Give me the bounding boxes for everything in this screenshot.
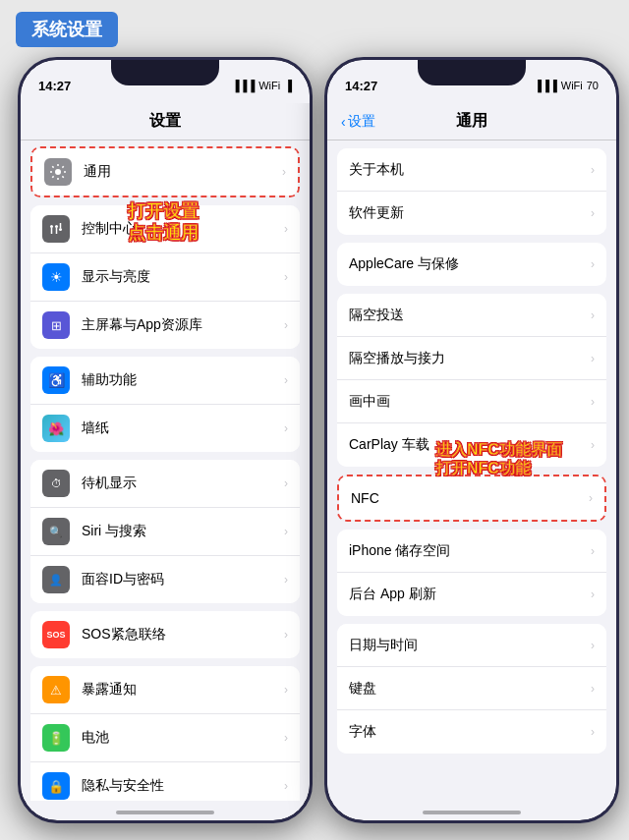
settings-item-pip[interactable]: 画中画 › (337, 380, 606, 423)
label-update: 软件更新 (349, 204, 591, 222)
settings-item-nfc[interactable]: NFC › (339, 476, 604, 520)
label-faceid: 面容ID与密码 (82, 571, 284, 588)
label-homescreen: 主屏幕与App资源库 (82, 316, 284, 334)
icon-exposure: ⚠ (42, 676, 70, 703)
phone-left: 14:27 ▐▐▐ WiFi ▐ 设置 (18, 57, 313, 823)
label-standby: 待机显示 (82, 475, 284, 492)
settings-item-about[interactable]: 关于本机 › (337, 148, 606, 192)
icon-accessibility: ♿ (42, 366, 70, 394)
settings-item-storage[interactable]: iPhone 储存空间 › (337, 530, 606, 573)
label-airplay: 隔空播放与接力 (349, 350, 591, 367)
time-right: 14:27 (345, 79, 377, 93)
home-indicator-right (423, 811, 521, 814)
label-sos: SOS紧急联络 (82, 626, 284, 644)
settings-item-general[interactable]: 通用 › (32, 148, 298, 196)
back-label: 设置 (348, 113, 375, 131)
label-airdrop: 隔空投送 (349, 307, 591, 324)
label-storage: iPhone 储存空间 (349, 542, 591, 560)
settings-item-applecare[interactable]: AppleCare 与保修 › (337, 243, 606, 286)
settings-item-update[interactable]: 软件更新 › (337, 192, 606, 235)
icon-privacy: 🔒 (42, 772, 70, 800)
icon-siri: 🔍 (42, 518, 70, 545)
nav-bar-left: 设置 (21, 103, 310, 140)
label-applecare: AppleCare 与保修 (349, 255, 591, 273)
settings-item-standby[interactable]: ⏱ 待机显示 › (30, 460, 300, 508)
nav-bar-right: ‹ 设置 通用 (327, 103, 616, 140)
icon-faceid: 👤 (42, 566, 70, 593)
label-about: 关于本机 (349, 161, 591, 179)
right-section-2: AppleCare 与保修 › (337, 243, 606, 286)
settings-item-sos[interactable]: SOS SOS紧急联络 › (30, 611, 300, 658)
label-accessibility: 辅助功能 (82, 371, 284, 389)
label-keyboard: 键盘 (349, 680, 591, 698)
icon-sos: SOS (42, 621, 70, 648)
settings-item-privacy[interactable]: 🔒 隐私与安全性 › (30, 762, 300, 801)
label-datetime: 日期与时间 (349, 637, 591, 654)
icon-display: ☀ (42, 263, 70, 291)
signal-icon-r: ▐▐▐ (534, 80, 556, 91)
back-chevron-icon: ‹ (341, 114, 346, 130)
annotation-right: 进入NFC功能界面打开NFC功能 (435, 440, 562, 477)
section-sos: SOS SOS紧急联络 › (30, 611, 300, 658)
annotation-left: 打开设置点击通用 (128, 201, 199, 244)
notch-left (111, 60, 219, 85)
icon-wallpaper: 🌺 (42, 415, 70, 442)
right-section-1: 关于本机 › 软件更新 › (337, 148, 606, 235)
left-screen: 14:27 ▐▐▐ WiFi ▐ 设置 (21, 60, 310, 820)
battery-icon-r: 70 (587, 80, 599, 91)
svg-rect-2 (55, 225, 58, 228)
settings-item-keyboard[interactable]: 键盘 › (337, 667, 606, 710)
section-accessibility: ♿ 辅助功能 › 🌺 墙纸 › (30, 357, 300, 452)
home-indicator-left (116, 811, 214, 814)
label-general: 通用 (84, 163, 282, 181)
status-icons-left: ▐▐▐ WiFi ▐ (232, 80, 292, 91)
settings-item-fonts[interactable]: 字体 › (337, 710, 606, 754)
settings-item-battery[interactable]: 🔋 电池 › (30, 714, 300, 762)
signal-icon: ▐▐▐ (232, 80, 255, 91)
time-left: 14:27 (38, 79, 71, 93)
general-highlight-box: 通用 › (30, 146, 300, 197)
settings-item-accessibility[interactable]: ♿ 辅助功能 › (30, 357, 300, 405)
settings-item-homescreen[interactable]: ⊞ 主屏幕与App资源库 › (30, 302, 300, 349)
battery-icon: ▐ (284, 80, 292, 91)
right-section-6: 日期与时间 › 键盘 › 字体 › (337, 624, 606, 754)
settings-item-wallpaper[interactable]: 🌺 墙纸 › (30, 405, 300, 452)
label-fonts: 字体 (349, 723, 591, 741)
label-bgrefresh: 后台 App 刷新 (349, 586, 591, 603)
wifi-icon: WiFi (258, 80, 280, 91)
chevron-general: › (282, 165, 286, 179)
section-standby: ⏱ 待机显示 › 🔍 Siri 与搜索 › 👤 面容ID与密码 (30, 460, 300, 603)
icon-homescreen: ⊞ (42, 311, 70, 339)
settings-item-faceid[interactable]: 👤 面容ID与密码 › (30, 556, 300, 603)
settings-item-airdrop[interactable]: 隔空投送 › (337, 294, 606, 337)
svg-rect-1 (50, 225, 53, 228)
icon-battery: 🔋 (42, 724, 70, 752)
label-nfc: NFC (351, 490, 589, 506)
settings-item-airplay[interactable]: 隔空播放与接力 › (337, 337, 606, 380)
page-title: 系统设置 (16, 12, 118, 47)
settings-item-bgrefresh[interactable]: 后台 App 刷新 › (337, 573, 606, 616)
label-display: 显示与亮度 (82, 268, 284, 286)
svg-point-0 (55, 169, 61, 175)
settings-item-exposure[interactable]: ⚠ 暴露通知 › (30, 666, 300, 714)
nav-title-right: 通用 (456, 111, 487, 132)
right-section-5: iPhone 储存空间 › 后台 App 刷新 › (337, 530, 606, 616)
icon-standby: ⏱ (42, 470, 70, 497)
wifi-icon-r: WiFi (561, 80, 583, 91)
settings-item-datetime[interactable]: 日期与时间 › (337, 624, 606, 667)
status-icons-right: ▐▐▐ WiFi 70 (534, 80, 599, 91)
label-exposure: 暴露通知 (82, 681, 284, 699)
svg-rect-3 (59, 228, 62, 231)
back-button[interactable]: ‹ 设置 (341, 113, 375, 131)
label-battery: 电池 (82, 729, 284, 747)
label-wallpaper: 墙纸 (82, 420, 284, 437)
label-privacy: 隐私与安全性 (82, 777, 284, 795)
label-pip: 画中画 (349, 393, 591, 411)
nav-title-left: 设置 (149, 111, 181, 132)
settings-item-siri[interactable]: 🔍 Siri 与搜索 › (30, 508, 300, 556)
icon-general (44, 158, 72, 186)
section-exposure: ⚠ 暴露通知 › 🔋 电池 › 🔒 隐私与安全性 (30, 666, 300, 801)
nfc-highlight-box: NFC › (337, 475, 606, 522)
settings-item-display[interactable]: ☀ 显示与亮度 › (30, 253, 300, 302)
notch-right (418, 60, 526, 85)
